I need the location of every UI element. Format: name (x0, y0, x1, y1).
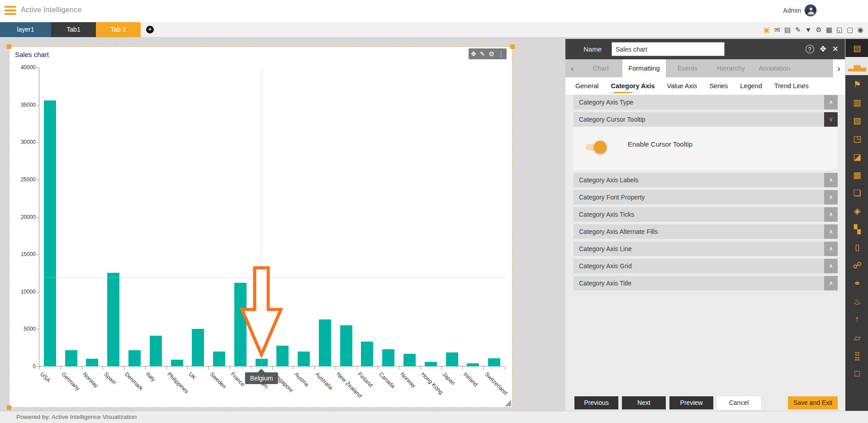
monitor-icon[interactable]: ▢ (846, 26, 854, 34)
chevron-up-icon[interactable]: ∧ (824, 190, 838, 204)
accordion-header-category-cursor-tooltip[interactable]: Category Cursor Tooltip∨ (574, 112, 838, 127)
eraser-icon[interactable]: ✎ (794, 26, 802, 34)
chart-widget[interactable]: Sales chart ✥✎⚙⋮ 05000100001500020000250… (9, 47, 512, 408)
sidebar-presentation-icon[interactable]: ▱ (845, 328, 868, 347)
more-icon[interactable]: ⋮ (498, 48, 504, 59)
bar-philippines[interactable] (171, 360, 183, 366)
sidebar-file-text-icon[interactable]: ▨ (845, 111, 868, 129)
sidebar-copy-pages-icon[interactable]: ❏ (845, 184, 868, 202)
tab-chart[interactable]: Chart (579, 59, 622, 77)
next-button[interactable]: Next (622, 396, 666, 409)
move-icon[interactable]: ✥ (471, 48, 476, 59)
sidebar-image-icon[interactable]: ◪ (845, 147, 868, 166)
annotation-arrow-icon[interactable] (240, 266, 283, 360)
help-icon[interactable]: ? (806, 45, 814, 53)
sidebar-map-icon[interactable]: ⚑ (845, 75, 868, 93)
settings-icon[interactable]: ⚙ (489, 48, 494, 59)
layer-tab-layer1[interactable]: layer1 (0, 22, 51, 37)
chevron-up-icon[interactable]: ∧ (824, 259, 838, 273)
sidebar-chart-icon[interactable]: ▂▅▃ (845, 57, 868, 75)
menu-icon[interactable] (5, 6, 16, 16)
bar-denmark[interactable] (128, 350, 141, 366)
accordion-header-category-axis-labels[interactable]: Category Axis Labels∧ (574, 173, 838, 187)
chevron-up-icon[interactable]: ∧ (824, 173, 838, 187)
chevron-up-icon[interactable]: ∧ (824, 207, 838, 222)
bar-hong-kong[interactable] (425, 362, 437, 366)
bar-switzerland[interactable] (488, 358, 500, 366)
tabs-scroll-left-icon[interactable]: ‹ (565, 59, 579, 77)
accordion-header-category-axis-title[interactable]: Category Axis Title∧ (574, 276, 838, 290)
filter-icon[interactable]: ▼ (804, 26, 812, 33)
subtab-category-axis[interactable]: Category Axis (611, 82, 655, 90)
accordion-header-category-axis-alternate-fills[interactable]: Category Axis Alternate Fills∧ (574, 224, 838, 239)
sidebar-table-icon[interactable]: ▦ (845, 166, 868, 184)
close-icon[interactable]: ✕ (832, 44, 839, 54)
resize-handle-bottom-left[interactable] (7, 405, 11, 410)
name-input[interactable] (612, 42, 725, 56)
subtab-series[interactable]: Series (709, 82, 728, 90)
layer-tab-tab1[interactable]: Tab1 (51, 22, 96, 37)
tab-hierarchy[interactable]: Hierarchy (709, 59, 753, 77)
subtab-legend[interactable]: Legend (740, 82, 762, 90)
accordion-header-category-axis-grid[interactable]: Category Axis Grid∧ (574, 259, 838, 273)
sidebar-alarm-icon[interactable]: ♨ (845, 292, 868, 310)
bar-finland[interactable] (361, 342, 373, 366)
bar-sweden[interactable] (213, 352, 225, 366)
chevron-up-icon[interactable]: ∧ (824, 95, 838, 109)
cancel-button[interactable]: Cancel (717, 396, 761, 409)
chevron-down-icon[interactable]: ∨ (824, 112, 838, 127)
note-icon[interactable]: ▤ (783, 26, 792, 34)
resize-handle-top-right[interactable] (510, 44, 515, 49)
tab-annotation[interactable]: Annotation (753, 59, 796, 77)
tab-events[interactable]: Events (666, 59, 709, 77)
bar-usa[interactable] (44, 100, 56, 366)
bar-austria[interactable] (298, 352, 310, 366)
chevron-up-icon[interactable]: ∧ (824, 276, 838, 290)
bar-ireland[interactable] (467, 363, 479, 366)
bar-spain[interactable] (107, 273, 119, 366)
accordion-header-category-font-property[interactable]: Category Font Property∧ (574, 190, 838, 204)
save-icon[interactable]: ▣ (763, 26, 771, 34)
subtab-trend-lines[interactable]: Trend Lines (774, 82, 809, 90)
cursor-tooltip-toggle[interactable] (586, 144, 604, 151)
previous-button[interactable]: Previous (574, 396, 618, 409)
bar-italy[interactable] (150, 336, 162, 366)
bar-norway[interactable] (86, 359, 98, 366)
bar-canada[interactable] (382, 349, 394, 366)
mail-icon[interactable]: ✉ (773, 26, 781, 34)
sidebar-form-card-icon[interactable]: ▤ (845, 39, 868, 57)
sidebar-frame-icon[interactable]: ◳ (845, 129, 868, 147)
avatar[interactable] (804, 4, 817, 17)
bar-new-zealand[interactable] (340, 325, 352, 366)
subtab-value-axis[interactable]: Value Axis (667, 82, 697, 90)
layer-tab-tab-2[interactable]: Tab 2 (96, 22, 141, 37)
sidebar-document-icon[interactable]: ▯ (845, 238, 868, 256)
bar-uk[interactable] (192, 329, 204, 366)
bar-norway[interactable] (403, 354, 416, 366)
accordion-header-category-axis-line[interactable]: Category Axis Line∧ (574, 242, 838, 256)
edit-icon[interactable]: ✎ (480, 48, 485, 59)
sidebar-report-icon[interactable]: ▥ (845, 93, 868, 111)
eye-icon[interactable]: ◉ (856, 26, 864, 34)
bar-australia[interactable] (319, 319, 331, 366)
sidebar-org-chart-icon[interactable]: ☍ (845, 256, 868, 274)
sidebar-upload-icon[interactable]: ↑ (845, 310, 868, 328)
move-panel-icon[interactable]: ✥ (820, 44, 826, 54)
subtab-general[interactable]: General (575, 82, 599, 90)
resize-grip[interactable] (505, 400, 511, 406)
sidebar-bricks-icon[interactable]: ▚ (845, 220, 868, 238)
sidebar-coins-icon[interactable]: ◈ (845, 202, 868, 220)
chevron-up-icon[interactable]: ∧ (824, 242, 838, 256)
gear-icon[interactable]: ⚙ (815, 26, 823, 34)
accordion-header-category-axis-type[interactable]: Category Axis Type∧ (574, 95, 838, 109)
table-grid-icon[interactable]: ▦ (825, 26, 833, 34)
tab-formatting[interactable]: Formatting (622, 59, 666, 77)
tabs-scroll-right-icon[interactable]: › (832, 59, 845, 77)
accordion-header-category-axis-ticks[interactable]: Category Axis Ticks∧ (574, 207, 838, 222)
sidebar-grid-dots-icon[interactable]: ⣿ (845, 347, 868, 365)
add-tab-button[interactable]: + (146, 26, 154, 33)
preview-button[interactable]: Preview (669, 396, 713, 409)
save-and-exit-button[interactable]: Save and Exit (788, 396, 838, 409)
bar-germany[interactable] (65, 350, 77, 366)
bar-japan[interactable] (446, 352, 458, 366)
